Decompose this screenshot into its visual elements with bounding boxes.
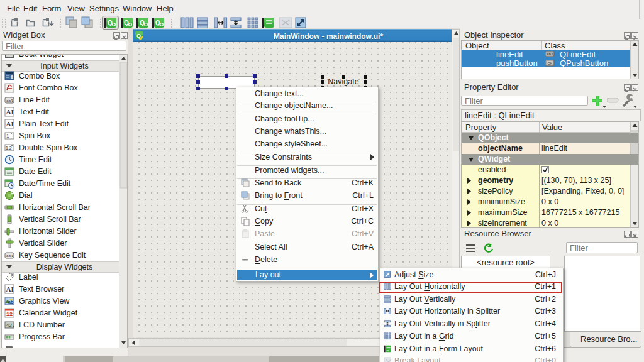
svg-text:abl: abl — [6, 99, 13, 103]
svg-text:abl: abl — [6, 254, 13, 258]
svg-text:Q: Q — [108, 19, 113, 26]
svg-text:AI: AI — [6, 285, 14, 293]
svg-text:1: 1 — [6, 133, 9, 139]
svg-text:AI: AI — [6, 108, 14, 116]
svg-text:abl: abl — [547, 52, 553, 57]
svg-text:AI: AI — [6, 120, 14, 128]
svg-text:1.2: 1.2 — [6, 146, 12, 150]
svg-text:42.: 42. — [6, 322, 15, 328]
svg-text:12: 12 — [6, 311, 13, 317]
svg-text:ab: ab — [8, 300, 13, 304]
svg-text:OK: OK — [548, 62, 553, 65]
